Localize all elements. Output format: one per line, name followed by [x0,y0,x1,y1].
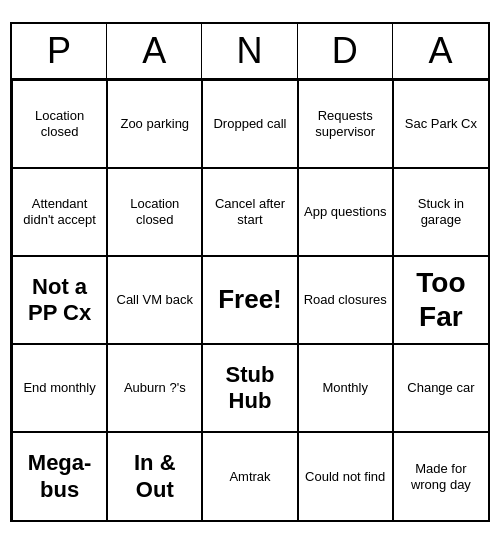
bingo-cell-1: Zoo parking [107,80,202,168]
bingo-cell-8: App questions [298,168,393,256]
bingo-cell-14: Too Far [393,256,488,344]
header-cell-d-3: D [298,24,393,78]
bingo-cell-21: In & Out [107,432,202,520]
bingo-cell-20: Mega-bus [12,432,107,520]
bingo-cell-12: Free! [202,256,297,344]
bingo-cell-6: Location closed [107,168,202,256]
header-cell-n-2: N [202,24,297,78]
bingo-cell-18: Monthly [298,344,393,432]
header-cell-a-4: A [393,24,488,78]
bingo-cell-10: Not a PP Cx [12,256,107,344]
bingo-cell-2: Dropped call [202,80,297,168]
bingo-cell-16: Auburn ?'s [107,344,202,432]
bingo-cell-23: Could not find [298,432,393,520]
header-cell-p-0: P [12,24,107,78]
bingo-cell-7: Cancel after start [202,168,297,256]
bingo-card: PANDA Location closedZoo parkingDropped … [10,22,490,522]
bingo-cell-22: Amtrak [202,432,297,520]
bingo-cell-5: Attendant didn't accept [12,168,107,256]
bingo-cell-15: End monthly [12,344,107,432]
bingo-cell-17: Stub Hub [202,344,297,432]
bingo-header: PANDA [12,24,488,80]
bingo-cell-11: Call VM back [107,256,202,344]
bingo-cell-19: Change car [393,344,488,432]
bingo-cell-0: Location closed [12,80,107,168]
bingo-cell-9: Stuck in garage [393,168,488,256]
header-cell-a-1: A [107,24,202,78]
bingo-grid: Location closedZoo parkingDropped callRe… [12,80,488,520]
bingo-cell-13: Road closures [298,256,393,344]
bingo-cell-24: Made for wrong day [393,432,488,520]
bingo-cell-4: Sac Park Cx [393,80,488,168]
bingo-cell-3: Requests supervisor [298,80,393,168]
